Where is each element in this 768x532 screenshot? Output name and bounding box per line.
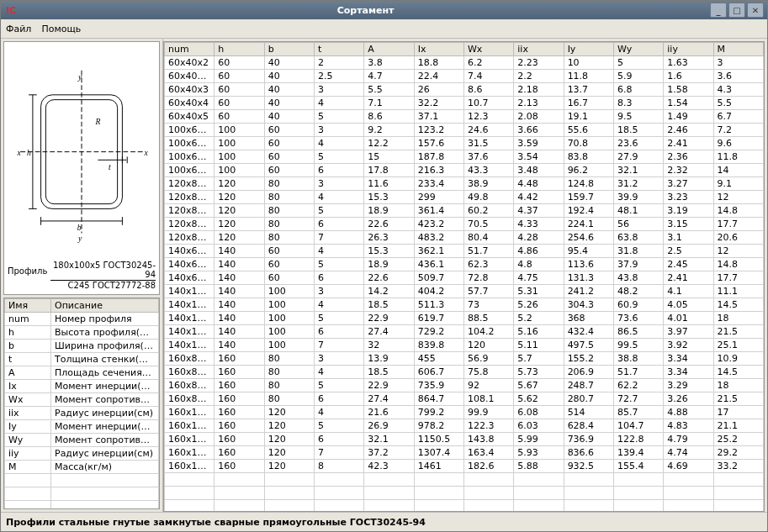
glossary-row[interactable]: iixРадиус инерции(см) [5,407,159,420]
data-row[interactable]: 100x60x31006039.2123.224.63.6655.618.52.… [165,124,764,137]
glossary-row-empty [5,487,159,501]
data-header-t[interactable]: t [314,43,363,56]
statusbar: Профили стальные гнутые замкнутые сварны… [1,512,767,531]
data-row[interactable]: 100x60x510060515187.837.63.5483.827.92.3… [165,150,764,164]
data-row[interactable]: 140x60x514060518.9436.162.34.8113.637.92… [165,258,764,271]
glossary-row[interactable]: iiyРадиус инерции(см) [5,447,159,461]
glossary-row[interactable]: WyМомент сопротивле... [5,434,159,447]
data-header-M[interactable]: M [713,43,763,56]
profile-label-caption: Профиль [8,266,47,276]
data-header-num[interactable]: num [165,43,215,56]
glossary-row[interactable]: numНомер профиля [5,313,159,326]
profile-spec-2: С245 ГОСТ27772-88 [50,281,156,291]
data-header-A[interactable]: A [364,43,414,56]
menu-help[interactable]: Помощь [41,24,81,34]
data-table: numhbtAIxWxiixIyWyiiyM 60x40x2604023.818… [164,42,764,512]
main-window: IC Сортамент _ □ ✕ Файл Помощь [0,0,768,532]
data-header-Ix[interactable]: Ix [414,43,463,56]
glossary-row[interactable]: MМасса(кг/м) [5,461,159,474]
data-header-Iy[interactable]: Iy [564,43,613,56]
data-row[interactable]: 100x60x610060617.8216.343.33.4896.232.12… [165,164,764,177]
data-header-Wy[interactable]: Wy [613,43,663,56]
glossary-row[interactable]: AПлощадь сечения(с... [5,366,159,380]
data-row-empty [165,473,764,487]
svg-text:h: h [27,148,31,157]
data-header-Wx[interactable]: Wx [463,43,513,56]
glossary-row[interactable]: tТолщина стенки(мм) [5,353,159,366]
profile-drawing: y y x x b h t R [4,42,159,294]
maximize-button[interactable]: □ [728,3,745,18]
window-buttons: _ □ ✕ [710,3,764,18]
profile-label: Профиль 180x100x5 ГОСТ30245-94 Профиль С… [8,261,156,291]
glossary-row[interactable]: WxМомент сопротивле... [5,393,159,407]
client-area: y y x x b h t R Профиль 180x100x5 ГОСТ30… [1,39,767,512]
svg-text:t: t [109,162,111,171]
data-row[interactable]: 140x100x4140100418.5511.3735.26304.360.9… [165,298,764,312]
data-row[interactable]: 60x40x2.560402.54.722.47.42.211.85.91.63… [165,70,764,83]
profile-spec-1: 180x100x5 ГОСТ30245-94 [50,261,156,281]
data-header-iiy[interactable]: iiy [664,43,713,56]
data-row[interactable]: 160x80x616080627.4864.7108.15.62280.772.… [165,392,764,406]
data-row[interactable]: 100x60x410060412.2157.631.53.5970.823.62… [165,137,764,150]
data-row[interactable]: 60x40x2604023.818.86.22.231051.633 [165,56,764,70]
main-panel: numhbtAIxWxiixIyWyiiyM 60x40x2604023.818… [163,39,767,512]
app-icon: IC [4,3,18,17]
data-row[interactable]: 160x120x7160120737.21307.4163.45.93836.6… [165,446,764,460]
menubar: Файл Помощь [1,19,767,39]
data-row[interactable]: 160x120x8160120842.31461182.65.88932.515… [165,460,764,473]
titlebar: IC Сортамент _ □ ✕ [1,1,767,19]
data-row[interactable]: 160x80x416080418.5606.775.85.73206.951.7… [165,366,764,379]
menu-file[interactable]: Файл [6,24,31,34]
glossary-row[interactable]: bШирина профиля(мм) [5,340,159,353]
data-row[interactable]: 140x100x6140100627.4729.2104.25.16432.48… [165,325,764,339]
svg-text:y: y [77,72,82,82]
svg-text:x: x [144,148,149,157]
window-title: Сортамент [21,5,710,16]
data-row[interactable]: 140x60x614060622.6509.772.84.75131.343.8… [165,271,764,285]
glossary-row[interactable]: IxМомент инерции(см4) [5,380,159,393]
glossary-row-empty [5,474,159,487]
minimize-button[interactable]: _ [710,3,727,18]
data-row[interactable]: 120x80x412080415.329949.84.42159.739.93.… [165,191,764,204]
data-row[interactable]: 140x100x7140100732839.81205.11497.599.53… [165,339,764,352]
data-row[interactable]: 160x120x5160120526.9978.2122.36.03628.41… [165,419,764,433]
svg-text:y: y [77,234,82,243]
data-header-iix[interactable]: iix [514,43,564,56]
data-row[interactable]: 60x40x3604035.5268.62.1813.76.81.584.3 [165,83,764,97]
svg-text:b: b [77,223,82,232]
data-row[interactable]: 120x80x512080518.9361.460.24.37192.448.1… [165,204,764,218]
glossary-panel: ИмяОписание numНомер профиляhВысота проф… [3,298,160,509]
data-row[interactable]: 160x120x4160120421.6799.299.96.0851485.7… [165,406,764,419]
svg-text:x: x [16,148,21,157]
glossary-header-0[interactable]: Имя [5,299,51,313]
data-row[interactable]: 140x60x414060415.3362.151.74.8695.431.82… [165,245,764,258]
profile-preview: y y x x b h t R Профиль 180x100x5 ГОСТ30… [3,41,160,295]
glossary-row[interactable]: hВысота профиля(мм) [5,326,159,340]
svg-text:R: R [94,117,100,126]
data-row[interactable]: 120x80x312080311.6233.438.94.48124.831.2… [165,177,764,191]
data-row-empty [165,500,764,513]
data-header-b[interactable]: b [264,43,314,56]
data-row[interactable]: 160x80x316080313.945556.95.7155.238.83.3… [165,352,764,366]
glossary-row[interactable]: IyМомент инерции(см4) [5,420,159,434]
left-panel: y y x x b h t R Профиль 180x100x5 ГОСТ30… [1,39,163,512]
data-header-h[interactable]: h [215,43,264,56]
data-row[interactable]: 120x80x612080622.6423.270.54.33224.1563.… [165,218,764,231]
data-row[interactable]: 60x40x4604047.132.210.72.1316.78.31.545.… [165,97,764,110]
data-row[interactable]: 120x80x712080726.3483.280.44.28254.663.8… [165,231,764,245]
status-text: Профили стальные гнутые замкнутые сварны… [6,517,426,528]
glossary-table: ИмяОписание numНомер профиляhВысота проф… [4,298,159,509]
data-row[interactable]: 140x100x5140100522.9619.788.55.236873.64… [165,312,764,325]
data-row[interactable]: 140x100x3140100314.2404.257.75.31241.248… [165,285,764,298]
data-panel[interactable]: numhbtAIxWxiixIyWyiiyM 60x40x2604023.818… [163,41,765,512]
close-button[interactable]: ✕ [747,3,764,18]
data-row-empty [165,487,764,500]
data-row[interactable]: 160x80x516080522.9735.9925.67248.762.23.… [165,379,764,392]
glossary-header-1[interactable]: Описание [51,299,159,313]
data-row[interactable]: 160x120x6160120632.11150.5143.85.99736.9… [165,433,764,446]
data-row[interactable]: 60x40x5604058.637.112.32.0819.19.51.496.… [165,110,764,124]
glossary-row-empty [5,501,159,510]
